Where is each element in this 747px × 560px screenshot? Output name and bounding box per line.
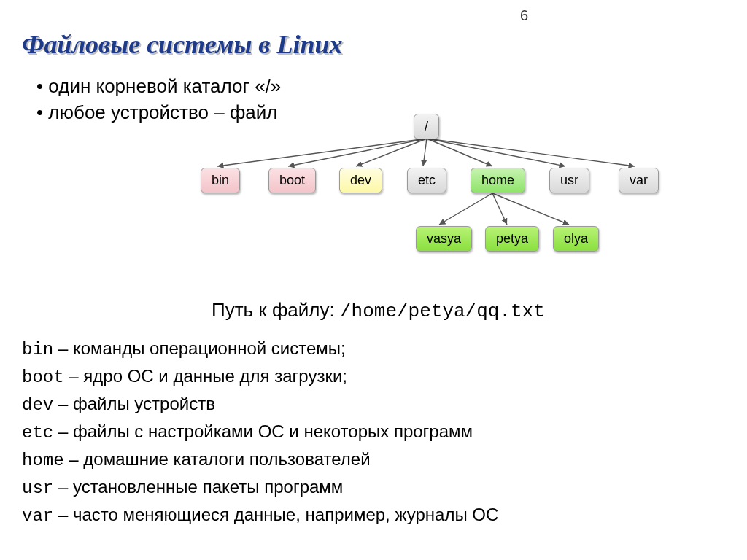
svg-line-1	[288, 139, 427, 166]
def-row: bin – команды операционной системы;	[22, 335, 498, 363]
def-row: usr – установленные пакеты программ	[22, 474, 498, 502]
node-olya: olya	[553, 226, 599, 252]
node-usr: usr	[549, 168, 589, 193]
svg-line-9	[492, 193, 569, 225]
def-desc: домашние каталоги пользователей	[83, 449, 370, 469]
def-key: home	[22, 451, 64, 470]
svg-line-3	[423, 139, 427, 166]
svg-line-2	[356, 139, 427, 166]
node-etc: etc	[407, 168, 446, 193]
def-desc: установленные пакеты программ	[73, 477, 343, 497]
def-row: etc – файлы с настройками ОС и некоторых…	[22, 419, 498, 446]
definitions: bin – команды операционной системы; boot…	[22, 335, 498, 529]
def-desc: файлы устройств	[73, 394, 215, 413]
def-row: var – часто меняющиеся данные, например,…	[22, 502, 498, 529]
def-row: home – домашние каталоги пользователей	[22, 446, 498, 474]
def-sep: –	[53, 394, 73, 413]
node-dev: dev	[339, 168, 382, 193]
fs-tree-diagram: / bin boot dev etc home usr var vasya pe…	[190, 102, 715, 306]
def-desc: ядро ОС и данные для загрузки;	[83, 366, 347, 386]
def-sep: –	[64, 366, 84, 386]
node-boot: boot	[268, 168, 316, 193]
page-number: 6	[520, 7, 528, 24]
def-sep: –	[64, 449, 84, 469]
def-key: usr	[22, 478, 53, 498]
def-row: boot – ядро ОС и данные для загрузки;	[22, 363, 498, 391]
def-key: boot	[22, 368, 64, 387]
file-path-line: Путь к файлу: /home/petya/qq.txt	[212, 299, 545, 322]
tree-arrows	[190, 102, 715, 306]
bullet-item: один корневой каталог «/»	[36, 73, 281, 99]
path-label: Путь к файлу:	[212, 299, 340, 321]
def-sep: –	[53, 421, 73, 441]
def-desc: часто меняющиеся данные, например, журна…	[73, 505, 498, 524]
def-sep: –	[53, 477, 73, 497]
def-key: dev	[22, 395, 53, 415]
def-sep: –	[53, 338, 73, 358]
def-row: dev – файлы устройств	[22, 391, 498, 419]
slide-title: Файловые системы в Linux	[22, 29, 343, 60]
path-value: /home/petya/qq.txt	[340, 300, 545, 322]
def-key: var	[22, 506, 53, 526]
node-var: var	[619, 168, 659, 193]
node-petya: petya	[485, 226, 539, 252]
svg-line-6	[427, 139, 635, 166]
svg-line-7	[439, 193, 492, 225]
node-bin: bin	[201, 168, 240, 193]
svg-line-5	[427, 139, 565, 166]
node-vasya: vasya	[416, 226, 472, 252]
def-desc: команды операционной системы;	[73, 338, 346, 358]
def-key: etc	[22, 423, 53, 443]
def-sep: –	[53, 505, 73, 524]
node-root: /	[414, 114, 439, 139]
svg-line-0	[217, 139, 427, 166]
node-home: home	[471, 168, 525, 193]
def-key: bin	[22, 340, 53, 359]
def-desc: файлы с настройками ОС и некоторых прогр…	[73, 421, 473, 441]
